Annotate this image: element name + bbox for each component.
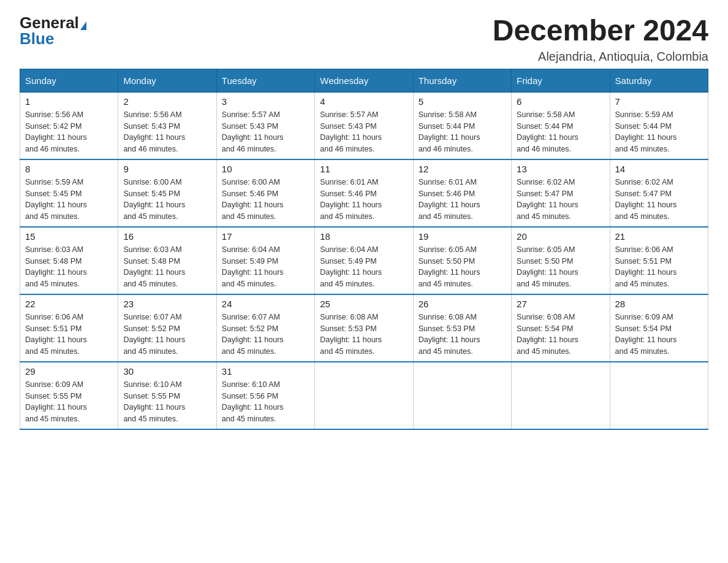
logo-blue-text: Blue: [20, 29, 54, 48]
day-number: 31: [222, 366, 309, 377]
calendar-cell: 25 Sunrise: 6:08 AM Sunset: 5:53 PM Dayl…: [315, 294, 413, 362]
day-number: 16: [123, 231, 211, 242]
day-info: Sunrise: 6:08 AM Sunset: 5:53 PM Dayligh…: [320, 312, 408, 358]
day-number: 7: [615, 96, 703, 107]
day-info: Sunrise: 6:06 AM Sunset: 5:51 PM Dayligh…: [25, 312, 113, 358]
calendar-cell: 7 Sunrise: 5:59 AM Sunset: 5:44 PM Dayli…: [610, 92, 708, 159]
day-info: Sunrise: 5:59 AM Sunset: 5:44 PM Dayligh…: [615, 109, 703, 155]
title-block: December 2024 Alejandria, Antioquia, Col…: [493, 15, 708, 64]
day-info: Sunrise: 6:05 AM Sunset: 5:50 PM Dayligh…: [419, 244, 506, 290]
calendar-week-row: 8 Sunrise: 5:59 AM Sunset: 5:45 PM Dayli…: [20, 159, 708, 227]
day-info: Sunrise: 6:07 AM Sunset: 5:52 PM Dayligh…: [123, 312, 211, 358]
calendar-cell: 23 Sunrise: 6:07 AM Sunset: 5:52 PM Dayl…: [118, 294, 216, 362]
calendar-cell: 11 Sunrise: 6:01 AM Sunset: 5:46 PM Dayl…: [315, 159, 413, 227]
calendar-cell: 26 Sunrise: 6:08 AM Sunset: 5:53 PM Dayl…: [413, 294, 511, 362]
col-header-thursday: Thursday: [413, 69, 511, 92]
day-number: 21: [615, 231, 703, 242]
day-number: 22: [25, 299, 113, 309]
calendar-cell: 27 Sunrise: 6:08 AM Sunset: 5:54 PM Dayl…: [512, 294, 610, 362]
calendar-cell: 31 Sunrise: 6:10 AM Sunset: 5:56 PM Dayl…: [216, 362, 314, 429]
day-number: 29: [25, 366, 113, 377]
calendar-cell: 30 Sunrise: 6:10 AM Sunset: 5:55 PM Dayl…: [118, 362, 216, 429]
logo-top-line: General: [20, 15, 86, 31]
calendar-cell: 20 Sunrise: 6:05 AM Sunset: 5:50 PM Dayl…: [512, 227, 610, 294]
day-number: 23: [123, 299, 211, 309]
calendar-cell: 29 Sunrise: 6:09 AM Sunset: 5:55 PM Dayl…: [20, 362, 118, 429]
day-info: Sunrise: 5:56 AM Sunset: 5:42 PM Dayligh…: [25, 109, 113, 155]
day-info: Sunrise: 5:57 AM Sunset: 5:43 PM Dayligh…: [222, 109, 309, 155]
calendar-week-row: 15 Sunrise: 6:03 AM Sunset: 5:48 PM Dayl…: [20, 227, 708, 294]
day-info: Sunrise: 6:02 AM Sunset: 5:47 PM Dayligh…: [615, 177, 703, 223]
calendar-cell: [413, 362, 511, 429]
col-header-saturday: Saturday: [610, 69, 708, 92]
calendar-cell: 12 Sunrise: 6:01 AM Sunset: 5:46 PM Dayl…: [413, 159, 511, 227]
month-title: December 2024: [493, 15, 708, 47]
calendar-cell: [315, 362, 413, 429]
calendar-cell: [512, 362, 610, 429]
calendar-cell: 18 Sunrise: 6:04 AM Sunset: 5:49 PM Dayl…: [315, 227, 413, 294]
col-header-tuesday: Tuesday: [216, 69, 314, 92]
calendar-header-row: Sunday Monday Tuesday Wednesday Thursday…: [20, 69, 708, 92]
day-number: 19: [419, 231, 506, 242]
day-number: 14: [615, 164, 703, 174]
calendar-cell: [610, 362, 708, 429]
day-number: 17: [222, 231, 309, 242]
col-header-monday: Monday: [118, 69, 216, 92]
calendar-cell: 28 Sunrise: 6:09 AM Sunset: 5:54 PM Dayl…: [610, 294, 708, 362]
day-info: Sunrise: 5:58 AM Sunset: 5:44 PM Dayligh…: [517, 109, 604, 155]
calendar-cell: 5 Sunrise: 5:58 AM Sunset: 5:44 PM Dayli…: [413, 92, 511, 159]
day-number: 20: [517, 231, 604, 242]
day-number: 11: [320, 164, 408, 174]
day-info: Sunrise: 5:57 AM Sunset: 5:43 PM Dayligh…: [320, 109, 408, 155]
day-info: Sunrise: 6:02 AM Sunset: 5:47 PM Dayligh…: [517, 177, 604, 223]
day-info: Sunrise: 6:05 AM Sunset: 5:50 PM Dayligh…: [517, 244, 604, 290]
calendar-cell: 6 Sunrise: 5:58 AM Sunset: 5:44 PM Dayli…: [512, 92, 610, 159]
day-info: Sunrise: 6:09 AM Sunset: 5:55 PM Dayligh…: [25, 379, 113, 425]
day-info: Sunrise: 6:01 AM Sunset: 5:46 PM Dayligh…: [419, 177, 506, 223]
logo-triangle-icon: [80, 21, 86, 30]
day-info: Sunrise: 6:03 AM Sunset: 5:48 PM Dayligh…: [25, 244, 113, 290]
day-number: 8: [25, 164, 113, 174]
day-number: 1: [25, 96, 113, 107]
page-header: General Blue December 2024 Alejandria, A…: [20, 15, 708, 64]
calendar-week-row: 22 Sunrise: 6:06 AM Sunset: 5:51 PM Dayl…: [20, 294, 708, 362]
day-number: 10: [222, 164, 309, 174]
location-title: Alejandria, Antioquia, Colombia: [493, 50, 708, 64]
day-info: Sunrise: 6:10 AM Sunset: 5:55 PM Dayligh…: [123, 379, 211, 425]
day-number: 27: [517, 299, 604, 309]
calendar-cell: 1 Sunrise: 5:56 AM Sunset: 5:42 PM Dayli…: [20, 92, 118, 159]
calendar-week-row: 1 Sunrise: 5:56 AM Sunset: 5:42 PM Dayli…: [20, 92, 708, 159]
calendar-cell: 4 Sunrise: 5:57 AM Sunset: 5:43 PM Dayli…: [315, 92, 413, 159]
col-header-sunday: Sunday: [20, 69, 118, 92]
day-info: Sunrise: 5:56 AM Sunset: 5:43 PM Dayligh…: [123, 109, 211, 155]
calendar-cell: 8 Sunrise: 5:59 AM Sunset: 5:45 PM Dayli…: [20, 159, 118, 227]
logo: General Blue: [20, 15, 86, 47]
day-info: Sunrise: 6:00 AM Sunset: 5:45 PM Dayligh…: [123, 177, 211, 223]
day-info: Sunrise: 5:58 AM Sunset: 5:44 PM Dayligh…: [419, 109, 506, 155]
day-number: 13: [517, 164, 604, 174]
calendar-cell: 21 Sunrise: 6:06 AM Sunset: 5:51 PM Dayl…: [610, 227, 708, 294]
day-info: Sunrise: 6:03 AM Sunset: 5:48 PM Dayligh…: [123, 244, 211, 290]
calendar-table: Sunday Monday Tuesday Wednesday Thursday…: [20, 69, 708, 430]
day-number: 15: [25, 231, 113, 242]
day-number: 18: [320, 231, 408, 242]
calendar-cell: 16 Sunrise: 6:03 AM Sunset: 5:48 PM Dayl…: [118, 227, 216, 294]
day-number: 9: [123, 164, 211, 174]
calendar-cell: 19 Sunrise: 6:05 AM Sunset: 5:50 PM Dayl…: [413, 227, 511, 294]
day-number: 30: [123, 366, 211, 377]
calendar-cell: 14 Sunrise: 6:02 AM Sunset: 5:47 PM Dayl…: [610, 159, 708, 227]
day-info: Sunrise: 6:04 AM Sunset: 5:49 PM Dayligh…: [222, 244, 309, 290]
day-number: 2: [123, 96, 211, 107]
day-number: 6: [517, 96, 604, 107]
day-number: 3: [222, 96, 309, 107]
day-number: 24: [222, 299, 309, 309]
day-info: Sunrise: 6:08 AM Sunset: 5:53 PM Dayligh…: [419, 312, 506, 358]
day-info: Sunrise: 6:09 AM Sunset: 5:54 PM Dayligh…: [615, 312, 703, 358]
day-info: Sunrise: 6:07 AM Sunset: 5:52 PM Dayligh…: [222, 312, 309, 358]
day-number: 5: [419, 96, 506, 107]
calendar-cell: 22 Sunrise: 6:06 AM Sunset: 5:51 PM Dayl…: [20, 294, 118, 362]
calendar-cell: 2 Sunrise: 5:56 AM Sunset: 5:43 PM Dayli…: [118, 92, 216, 159]
calendar-cell: 13 Sunrise: 6:02 AM Sunset: 5:47 PM Dayl…: [512, 159, 610, 227]
calendar-cell: 24 Sunrise: 6:07 AM Sunset: 5:52 PM Dayl…: [216, 294, 314, 362]
calendar-week-row: 29 Sunrise: 6:09 AM Sunset: 5:55 PM Dayl…: [20, 362, 708, 429]
